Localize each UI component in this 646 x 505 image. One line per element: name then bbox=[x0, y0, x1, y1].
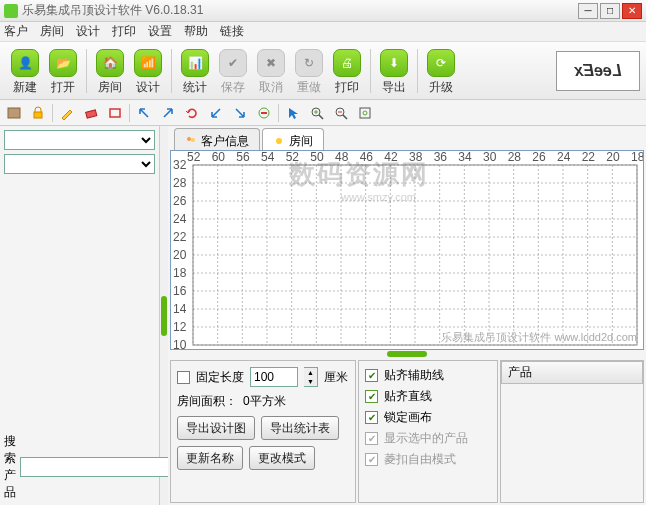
export-stats-button[interactable]: 导出统计表 bbox=[261, 416, 339, 440]
toolbar-label: 升级 bbox=[429, 79, 453, 93]
snap-line-checkbox[interactable]: ✔ bbox=[365, 390, 378, 403]
svg-text:52: 52 bbox=[187, 151, 201, 164]
tab-customer-info[interactable]: 客户信息 bbox=[174, 128, 260, 150]
unit-label: 厘米 bbox=[324, 369, 348, 386]
toolbar-设计-button[interactable]: 📶设计 bbox=[130, 49, 166, 93]
tab-strip: 客户信息 房间 bbox=[168, 126, 646, 150]
toolbar-统计-button[interactable]: 📊统计 bbox=[177, 49, 213, 93]
lock-canvas-checkbox[interactable]: ✔ bbox=[365, 411, 378, 424]
maximize-button[interactable]: □ bbox=[600, 3, 620, 19]
tab-room[interactable]: 房间 bbox=[262, 128, 324, 150]
svg-text:12: 12 bbox=[173, 320, 187, 334]
users-icon bbox=[185, 135, 197, 147]
toolbar-重做-button[interactable]: ↻重做 bbox=[291, 49, 327, 93]
search-input[interactable] bbox=[20, 457, 178, 477]
svg-text:22: 22 bbox=[582, 151, 596, 164]
toolbar-新建-button[interactable]: 👤新建 bbox=[7, 49, 43, 93]
room-area-label: 房间面积： bbox=[177, 393, 237, 410]
main-toolbar: 👤新建📂打开🏠房间📶设计📊统计✔保存✖取消↻重做🖨打印⬇导出⟳升级LeeEx bbox=[0, 42, 646, 100]
horizontal-splitter[interactable] bbox=[168, 350, 646, 358]
menu-print[interactable]: 打印 bbox=[112, 23, 136, 40]
toolbar-保存-button[interactable]: ✔保存 bbox=[215, 49, 251, 93]
svg-rect-3 bbox=[110, 109, 120, 117]
svg-line-11 bbox=[343, 115, 347, 119]
svg-text:36: 36 bbox=[434, 151, 448, 164]
free-mode-label: 菱扣自由模式 bbox=[384, 451, 456, 468]
window-title: 乐易集成吊顶设计软件 V6.0.18.31 bbox=[22, 2, 578, 19]
arrow-sw-icon[interactable] bbox=[206, 103, 226, 123]
design-canvas[interactable]: 3228262422201816141210526056545250484642… bbox=[170, 150, 644, 350]
toolbar-label: 重做 bbox=[297, 79, 321, 93]
svg-text:26: 26 bbox=[173, 194, 187, 208]
room-settings-panel: ✔ 固定长度 ▲▼ 厘米 房间面积： 0平方米 导出设计图 导出统计表 更新名称… bbox=[170, 360, 356, 503]
sidebar-select-2[interactable] bbox=[4, 154, 155, 174]
eraser-icon[interactable] bbox=[81, 103, 101, 123]
book-icon[interactable] bbox=[4, 103, 24, 123]
svg-point-16 bbox=[191, 138, 195, 142]
separator bbox=[278, 104, 279, 122]
arrow-se-icon[interactable] bbox=[230, 103, 250, 123]
统计-icon: 📊 bbox=[181, 49, 209, 77]
sidebar-select-1[interactable] bbox=[4, 130, 155, 150]
snap-guide-checkbox[interactable]: ✔ bbox=[365, 369, 378, 382]
minimize-button[interactable]: ─ bbox=[578, 3, 598, 19]
show-selected-checkbox[interactable]: ✔ bbox=[365, 432, 378, 445]
svg-rect-0 bbox=[8, 108, 20, 118]
toolbar-separator bbox=[171, 49, 172, 93]
toolbar-打开-button[interactable]: 📂打开 bbox=[45, 49, 81, 93]
menu-settings[interactable]: 设置 bbox=[148, 23, 172, 40]
svg-text:18: 18 bbox=[631, 151, 643, 164]
vertical-splitter[interactable] bbox=[160, 126, 168, 505]
zoom-in-icon[interactable] bbox=[307, 103, 327, 123]
svg-rect-13 bbox=[360, 108, 370, 118]
打开-icon: 📂 bbox=[49, 49, 77, 77]
svg-text:60: 60 bbox=[212, 151, 226, 164]
close-button[interactable]: ✕ bbox=[622, 3, 642, 19]
svg-rect-1 bbox=[34, 112, 42, 118]
fixed-length-spinner[interactable]: ▲▼ bbox=[304, 367, 318, 387]
toolbar-label: 打开 bbox=[51, 79, 75, 93]
sub-toolbar bbox=[0, 100, 646, 126]
menu-design[interactable]: 设计 bbox=[76, 23, 100, 40]
change-mode-button[interactable]: 更改模式 bbox=[249, 446, 315, 470]
打印-icon: 🖨 bbox=[333, 49, 361, 77]
zoom-out-icon[interactable] bbox=[331, 103, 351, 123]
升级-icon: ⟳ bbox=[427, 49, 455, 77]
svg-text:20: 20 bbox=[173, 248, 187, 262]
arrow-ne-icon[interactable] bbox=[158, 103, 178, 123]
circle-minus-icon[interactable] bbox=[254, 103, 274, 123]
fixed-length-input[interactable] bbox=[250, 367, 298, 387]
toolbar-取消-button[interactable]: ✖取消 bbox=[253, 49, 289, 93]
svg-text:28: 28 bbox=[173, 176, 187, 190]
arrow-nw-icon[interactable] bbox=[134, 103, 154, 123]
export-design-button[interactable]: 导出设计图 bbox=[177, 416, 255, 440]
fixed-length-checkbox[interactable]: ✔ bbox=[177, 371, 190, 384]
update-name-button[interactable]: 更新名称 bbox=[177, 446, 243, 470]
rotate-icon[interactable] bbox=[182, 103, 202, 123]
svg-text:34: 34 bbox=[458, 151, 472, 164]
watermark-sub: www.smzy.com bbox=[341, 191, 416, 203]
toolbar-房间-button[interactable]: 🏠房间 bbox=[92, 49, 128, 93]
menu-link[interactable]: 链接 bbox=[220, 23, 244, 40]
svg-text:20: 20 bbox=[606, 151, 620, 164]
cursor-icon[interactable] bbox=[283, 103, 303, 123]
free-mode-checkbox[interactable]: ✔ bbox=[365, 453, 378, 466]
pencil-icon[interactable] bbox=[57, 103, 77, 123]
rect-icon[interactable] bbox=[105, 103, 125, 123]
toolbar-升级-button[interactable]: ⟳升级 bbox=[423, 49, 459, 93]
toolbar-label: 设计 bbox=[136, 79, 160, 93]
新建-icon: 👤 bbox=[11, 49, 39, 77]
svg-text:16: 16 bbox=[173, 284, 187, 298]
sun-icon bbox=[273, 135, 285, 147]
lock-icon[interactable] bbox=[28, 103, 48, 123]
menu-help[interactable]: 帮助 bbox=[184, 23, 208, 40]
fit-icon[interactable] bbox=[355, 103, 375, 123]
toolbar-separator bbox=[86, 49, 87, 93]
toolbar-separator bbox=[370, 49, 371, 93]
toolbar-label: 取消 bbox=[259, 79, 283, 93]
menu-room[interactable]: 房间 bbox=[40, 23, 64, 40]
menu-customer[interactable]: 客户 bbox=[4, 23, 28, 40]
toolbar-打印-button[interactable]: 🖨打印 bbox=[329, 49, 365, 93]
toolbar-导出-button[interactable]: ⬇导出 bbox=[376, 49, 412, 93]
show-selected-label: 显示选中的产品 bbox=[384, 430, 468, 447]
